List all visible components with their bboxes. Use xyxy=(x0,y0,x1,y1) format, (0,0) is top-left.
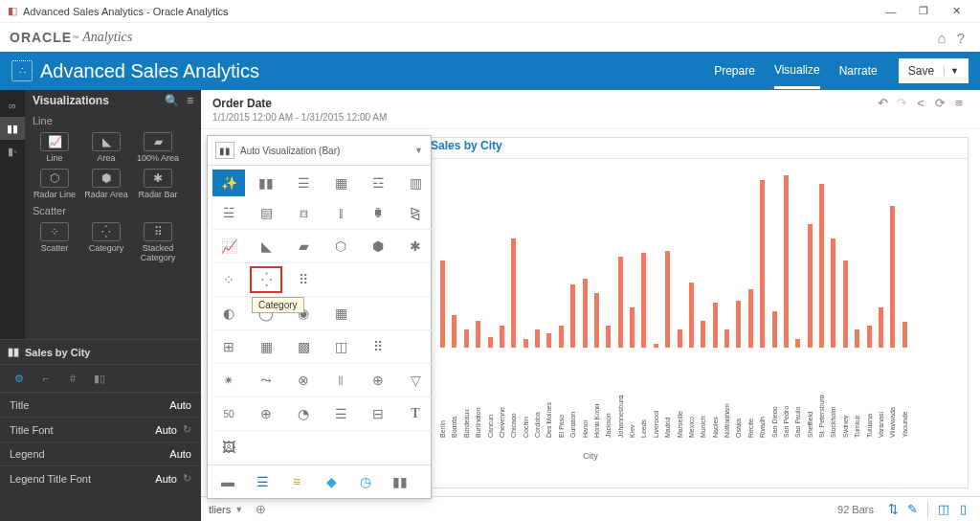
viz-image[interactable]: 🖼 xyxy=(212,434,245,461)
thumb-radar-area[interactable]: ⬢Radar Area xyxy=(80,167,132,199)
add-canvas-icon[interactable]: ⊕ xyxy=(251,502,270,516)
refresh-icon[interactable]: ⟳ xyxy=(930,96,949,110)
bar[interactable] xyxy=(511,238,516,348)
bar[interactable] xyxy=(618,257,623,348)
viz-area[interactable]: ◣ xyxy=(250,233,282,260)
close-button[interactable]: ✕ xyxy=(940,5,972,17)
viz-foot-6[interactable]: ▮▮ xyxy=(386,469,414,494)
bar[interactable] xyxy=(819,184,824,348)
viz-bar[interactable]: ▮▮ xyxy=(250,170,282,196)
viz-radar-line[interactable]: ⬡ xyxy=(324,233,357,260)
viz-network[interactable]: ✴ xyxy=(212,367,245,394)
bar[interactable] xyxy=(665,251,670,348)
bar[interactable] xyxy=(476,321,480,349)
bar[interactable] xyxy=(559,326,564,348)
viz-gauge[interactable]: ◔ xyxy=(287,400,320,427)
viz-category-scatter[interactable]: ⁛ xyxy=(250,266,282,293)
sort-icon[interactable]: ⇅ xyxy=(883,502,902,516)
layout-1-icon[interactable]: ◫ xyxy=(934,502,953,516)
footer-outliers[interactable]: tliers xyxy=(209,504,231,515)
bar[interactable] xyxy=(630,307,635,348)
prop-values-icon[interactable]: ▮▯ xyxy=(86,369,113,388)
thumb-radar-bar[interactable]: ✱Radar Bar xyxy=(132,167,184,199)
viz-foot-4[interactable]: ◆ xyxy=(317,469,345,494)
viz-parallel[interactable]: ⦀ xyxy=(324,367,357,394)
viz-100area[interactable]: ▰ xyxy=(287,233,320,260)
viz-grid2[interactable]: ▦ xyxy=(250,333,282,360)
help-icon[interactable]: ? xyxy=(951,30,970,46)
brush-icon[interactable]: ✎ xyxy=(902,502,922,516)
bar[interactable] xyxy=(867,326,872,348)
viz-tile[interactable]: 50 xyxy=(212,400,245,427)
viz-stacked-hbar[interactable]: ☲ xyxy=(362,170,394,196)
bar[interactable] xyxy=(678,329,682,348)
tab-visualize[interactable]: Visualize xyxy=(774,54,820,89)
viz-grid4[interactable]: ◫ xyxy=(324,333,357,360)
viz-picker-header[interactable]: ▮▮ Auto Visualization (Bar) ▼ xyxy=(208,136,431,166)
viz-100bar[interactable]: ▥ xyxy=(399,170,432,196)
bar[interactable] xyxy=(594,293,599,348)
bar[interactable] xyxy=(641,253,646,348)
viz-radar-area[interactable]: ⬢ xyxy=(362,233,394,260)
prop-general-icon[interactable]: ⚙ xyxy=(6,369,33,388)
bar[interactable] xyxy=(546,333,551,348)
bar[interactable] xyxy=(736,301,741,348)
viz-funnel[interactable]: ▽ xyxy=(399,367,432,394)
maximize-button[interactable]: ❐ xyxy=(907,5,940,17)
bar[interactable] xyxy=(808,224,813,348)
thumb-category[interactable]: ⁛Category xyxy=(80,220,132,262)
minimize-button[interactable]: — xyxy=(875,6,907,17)
viz-100hbar[interactable]: ☱ xyxy=(212,199,245,226)
viz-text[interactable]: T xyxy=(399,400,432,427)
bar[interactable] xyxy=(583,279,588,348)
tab-prepare[interactable]: Prepare xyxy=(714,55,755,87)
reload-icon[interactable]: ↻ xyxy=(183,423,191,436)
home-icon[interactable]: ⌂ xyxy=(932,30,951,46)
viz-grid3[interactable]: ▩ xyxy=(287,333,320,360)
thumb-area[interactable]: ◣Area xyxy=(80,130,132,163)
viz-foot-5[interactable]: ◷ xyxy=(351,469,380,494)
bar[interactable] xyxy=(713,303,718,349)
bar[interactable] xyxy=(535,329,540,348)
canvas-menu-icon[interactable]: ≡ xyxy=(949,96,969,110)
bar[interactable] xyxy=(464,329,469,348)
rail-viz-icon[interactable]: ▮▮ xyxy=(0,117,25,140)
bar[interactable] xyxy=(831,238,835,348)
bar[interactable] xyxy=(724,329,729,348)
bar[interactable] xyxy=(701,321,705,349)
viz-line[interactable]: 📈 xyxy=(212,233,245,260)
save-button[interactable]: Save▼ xyxy=(899,58,969,83)
prop-legend[interactable]: LegendAuto xyxy=(0,442,201,465)
bar[interactable] xyxy=(795,339,800,349)
bar[interactable] xyxy=(606,326,611,348)
search-icon[interactable]: 🔍 xyxy=(165,94,179,107)
bar[interactable] xyxy=(748,289,753,348)
tab-narrate[interactable]: Narrate xyxy=(839,55,878,87)
viz-chord[interactable]: ⊗ xyxy=(287,367,320,394)
viz-hbar[interactable]: ☰ xyxy=(287,170,320,196)
prop-title-font[interactable]: Title FontAuto↻ xyxy=(0,417,201,442)
viz-map[interactable]: ⊕ xyxy=(250,400,282,427)
undo-icon[interactable]: ↶ xyxy=(873,96,892,110)
viz-pivot[interactable]: ⊟ xyxy=(362,400,394,427)
bar[interactable] xyxy=(855,329,859,348)
bar[interactable] xyxy=(500,326,504,348)
prop-title[interactable]: TitleAuto xyxy=(0,393,201,417)
thumb-stacked-category[interactable]: ⠿Stacked Category xyxy=(132,220,184,262)
bar[interactable] xyxy=(890,206,895,348)
prop-legend-title-font[interactable]: Legend Title FontAuto↻ xyxy=(0,465,201,490)
viz-mekko[interactable]: ▤ xyxy=(250,199,282,226)
viz-auto[interactable]: ✨ xyxy=(212,170,245,196)
thumb-radar-line[interactable]: ⬡Radar Line xyxy=(29,167,80,199)
prop-edge-icon[interactable]: ⌐ xyxy=(33,369,59,388)
bar[interactable] xyxy=(843,260,848,348)
viz-pie[interactable]: ◐ xyxy=(212,300,245,327)
viz-sankey[interactable]: ⤳ xyxy=(250,367,282,394)
layout-2-icon[interactable]: ▯ xyxy=(953,502,972,516)
viz-tree[interactable]: ⊕ xyxy=(362,367,394,394)
prop-axis-icon[interactable]: # xyxy=(59,369,86,388)
bar[interactable] xyxy=(772,311,777,348)
viz-foot-1[interactable]: ▬ xyxy=(213,469,242,494)
viz-grid1[interactable]: ⊞ xyxy=(212,333,245,360)
menu-icon[interactable]: ≡ xyxy=(187,94,193,107)
